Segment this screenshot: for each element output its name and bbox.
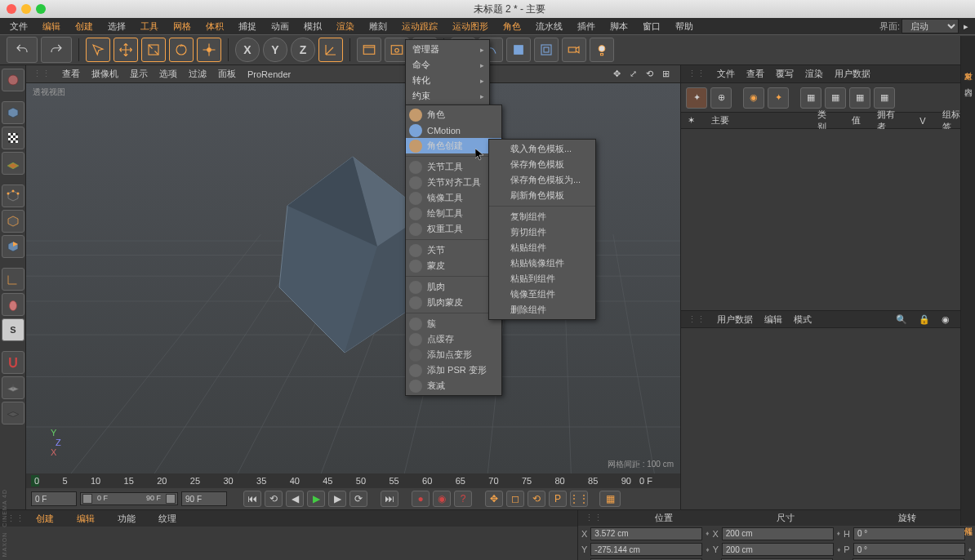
rp-tab-渲染[interactable]: 渲染 (805, 68, 823, 80)
timeline-open-button[interactable]: ▦ (599, 491, 621, 507)
menu-插件[interactable]: 插件 (571, 19, 602, 34)
undo-button[interactable] (7, 37, 38, 63)
scale-tool[interactable] (141, 38, 166, 62)
mi-关节工具[interactable]: 关节工具 (406, 159, 501, 175)
rot-h-field[interactable] (853, 527, 965, 540)
attr-search-icon[interactable]: 🔍 (896, 314, 907, 325)
rot-p-field[interactable] (853, 543, 965, 556)
mi-关节[interactable]: 关节 (406, 242, 501, 258)
menu-网格[interactable]: 网格 (167, 19, 198, 34)
menu-角色[interactable]: 角色 (496, 19, 528, 34)
end-frame-field[interactable] (181, 491, 227, 506)
coord-system-toggle[interactable] (318, 38, 343, 62)
go-end-button[interactable]: ⏭ (381, 491, 398, 507)
axis-toggle[interactable] (2, 268, 24, 291)
menu-窗口[interactable]: 窗口 (636, 19, 667, 34)
layout-select[interactable]: 启动 (902, 19, 959, 33)
rp-tab-查看[interactable]: 查看 (746, 68, 764, 80)
mi-簇[interactable]: 簇 (406, 316, 501, 331)
vp-menu-显示[interactable]: 显示 (130, 68, 148, 80)
om-icon-5[interactable]: ▦ (800, 87, 821, 109)
go-start-button[interactable]: ⏮ (243, 491, 261, 507)
mi-角色创建[interactable]: 角色创建 (406, 138, 501, 153)
om-icon-8[interactable]: ▦ (874, 87, 895, 109)
menu-创建[interactable]: 创建 (69, 19, 100, 34)
texture-mode[interactable] (2, 127, 24, 149)
play-button[interactable]: ▶ (307, 491, 325, 507)
rp-tab-用户数据[interactable]: 用户数据 (835, 68, 870, 80)
vp-maximize-icon[interactable]: ⊞ (662, 69, 674, 80)
key-scale-button[interactable]: ◻ (506, 491, 524, 507)
menu-帮助[interactable]: 帮助 (669, 19, 700, 34)
vp-menu-面板[interactable]: 面板 (218, 68, 236, 80)
autokey-button[interactable]: ◉ (433, 491, 451, 507)
menu-编辑[interactable]: 编辑 (36, 19, 67, 34)
current-frame-field[interactable] (31, 491, 77, 506)
key-rot-button[interactable]: ⟲ (528, 491, 545, 507)
mi-镜像工具[interactable]: 镜像工具 (406, 190, 501, 206)
pos-x-field[interactable] (590, 527, 702, 540)
om-icon-3[interactable]: ◉ (743, 87, 764, 109)
vp-move-icon[interactable]: ✥ (613, 69, 625, 80)
menu-流水线[interactable]: 流水线 (529, 19, 569, 34)
menu-体积[interactable]: 体积 (199, 19, 230, 34)
redo-button[interactable] (41, 37, 72, 63)
mi-添加 PSR 变形[interactable]: 添加 PSR 变形 (406, 362, 501, 378)
mi-角色[interactable]: 角色 (406, 107, 501, 122)
attr-tab-编辑[interactable]: 编辑 (764, 313, 782, 326)
mi-命令[interactable]: 命令 (406, 57, 489, 73)
record-button[interactable]: ● (412, 491, 430, 507)
size-y-field[interactable] (722, 543, 834, 556)
menu-选择[interactable]: 选择 (101, 19, 132, 34)
menu-运动跟踪[interactable]: 运动跟踪 (395, 19, 444, 34)
prev-frame-button[interactable]: ◀ (286, 491, 304, 507)
z-axis-lock[interactable]: Z (291, 38, 315, 62)
camera-menu[interactable] (562, 38, 586, 62)
mi-载入角色模板...[interactable]: 载入角色模板... (489, 141, 595, 157)
dock-tab-1[interactable]: 对象 (961, 60, 976, 70)
om-icon-1[interactable]: ✦ (686, 87, 707, 109)
mi-CMotion[interactable]: CMotion (406, 122, 501, 138)
timeline-ruler[interactable]: 051015202530354045505560657075808590 0 F (26, 473, 680, 488)
attr-target-icon[interactable]: ◉ (942, 314, 950, 325)
workplane-mode[interactable] (2, 152, 24, 175)
light-menu[interactable] (590, 38, 614, 62)
menu-脚本[interactable]: 脚本 (603, 19, 634, 34)
mi-绘制工具[interactable]: 绘制工具 (406, 206, 501, 221)
vp-menu-ProRender[interactable]: ProRender (247, 69, 291, 79)
make-editable-button[interactable] (2, 69, 24, 91)
pos-y-field[interactable] (590, 543, 702, 556)
mi-管理器[interactable]: 管理器 (406, 42, 489, 57)
keyframe-sel-button[interactable]: ? (454, 491, 472, 507)
vp-zoom-icon[interactable]: ⤢ (630, 69, 641, 80)
snap-toggle[interactable]: S (2, 318, 24, 341)
prev-key-button[interactable]: ⟲ (265, 491, 283, 507)
next-key-button[interactable]: ⟳ (349, 491, 367, 507)
menu-渲染[interactable]: 渲染 (330, 19, 361, 34)
render-view-button[interactable] (357, 38, 381, 62)
mi-肌肉蒙皮[interactable]: 肌肉蒙皮 (406, 295, 501, 310)
menu-雕刻[interactable]: 雕刻 (363, 19, 394, 34)
object-manager-body[interactable] (681, 129, 975, 310)
mat-tab-功能[interactable]: 功能 (118, 513, 136, 525)
mi-权重工具[interactable]: 权重工具 (406, 221, 501, 237)
om-icon-6[interactable]: ▦ (825, 87, 846, 109)
rp-tab-文件[interactable]: 文件 (717, 68, 735, 80)
generator-menu[interactable] (506, 38, 531, 62)
mi-刷新角色模板[interactable]: 刷新角色模板 (489, 188, 595, 203)
menu-捕捉[interactable]: 捕捉 (232, 19, 263, 34)
mi-衰减[interactable]: 衰减 (406, 378, 501, 393)
viewport-solo[interactable] (2, 293, 24, 316)
mi-约束[interactable]: 约束 (406, 88, 489, 104)
key-param-button[interactable]: P (549, 491, 567, 507)
deformer-menu[interactable] (534, 38, 559, 62)
attr-lock-icon[interactable]: 🔒 (919, 314, 930, 325)
om-icon-7[interactable]: ▦ (849, 87, 870, 109)
zoom-window-button[interactable] (36, 4, 46, 14)
attr-tab-用户数据[interactable]: 用户数据 (717, 313, 753, 326)
mat-tab-纹理[interactable]: 纹理 (158, 513, 176, 525)
mi-关节对齐工具[interactable]: 关节对齐工具 (406, 175, 501, 190)
mi-肌肉[interactable]: 肌肉 (406, 279, 501, 295)
om-icon-4[interactable]: ✦ (768, 87, 789, 109)
x-axis-lock[interactable]: X (235, 38, 260, 62)
